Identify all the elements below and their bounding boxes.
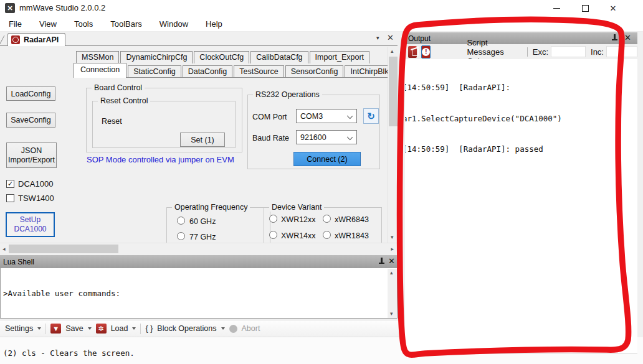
checkbox-unchecked-icon [6,194,14,202]
device-variant-title: Device Variant [269,203,324,212]
close-button[interactable]: ✕ [599,0,627,16]
tab-dynamicchirpcfg[interactable]: DynamicChirpCfg [120,51,193,63]
tab-list-dropdown[interactable]: ▾ [376,35,379,41]
tab-intchirpblkctlcfg[interactable]: IntChirpBlkCtlCfg [345,65,389,78]
baud-rate-value: 921600 [300,133,326,142]
menu-tools[interactable]: Tools [65,19,102,29]
radio-60ghz-label: 60 GHz [189,217,216,226]
tab-import-export[interactable]: Import_Export [310,51,370,63]
radio-77ghz[interactable] [177,232,185,240]
menu-toolbars[interactable]: ToolBars [102,19,151,29]
maximize-button[interactable] [571,0,599,16]
scroll-up-icon[interactable]: ▴ [391,49,394,54]
radio-xwr6843[interactable] [323,215,331,223]
tsw1400-checkbox[interactable]: TSW1400 [6,194,54,203]
json-import-export-button[interactable]: JSON Import/Export [6,142,57,168]
rs232-title: RS232 Operations [253,90,322,99]
scroll-up-icon[interactable]: ▴ [390,270,393,276]
com-port-select[interactable]: COM3 [296,109,357,123]
loadconfig-button[interactable]: LoadConfig [6,86,55,101]
board-control-title: Board Control [92,83,145,92]
connect-button[interactable]: Connect (2) [293,152,361,166]
radio-xwr1843-label: xWR1843 [335,231,369,240]
abort-button[interactable]: Abort [242,324,260,333]
tab-mssmon[interactable]: MSSMon [76,51,119,63]
reset-control-title: Reset Control [98,96,150,105]
output-titlebar[interactable]: Output ✕ [405,32,637,44]
inc-input[interactable] [606,46,637,57]
saveconfig-button[interactable]: SaveConfig [6,113,55,128]
scroll-down-icon[interactable]: ▾ [391,235,394,240]
settings-dropdown-icon[interactable] [37,327,41,330]
scroll-down-icon[interactable]: ▾ [390,311,393,317]
inc-label: Inc: [591,47,604,57]
exc-input[interactable] [551,46,586,57]
block-operations-button[interactable]: Block Operations [157,324,216,333]
toolbar-separator [45,324,46,334]
minimize-button[interactable] [543,0,570,16]
set-button[interactable]: Set (1) [180,133,225,147]
radio-xwr12xx-label: XWR12xx [281,215,316,224]
menu-help[interactable]: Help [197,19,231,29]
refresh-com-button[interactable]: ↻ [363,108,379,124]
tab-testsource[interactable]: TestSource [234,65,284,78]
lua-shell-console[interactable]: >Available user commands: (1) RSTD Comma… [0,268,398,319]
radar-icon [11,35,20,44]
menu-file[interactable]: File [0,19,31,29]
horizontal-scroll-thumb[interactable] [9,245,118,253]
tab-close-button[interactable]: ✕ [387,33,394,42]
tab-row-upper: MSSMon DynamicChirpCfg ClockOutCfg Calib… [76,51,371,63]
load-button[interactable]: Load [111,324,128,333]
save-icon: ▼ [50,324,61,334]
com-port-value: COM3 [300,112,323,121]
output-line: ar1.SelectCaptureDevice("DCA1000") [405,114,637,124]
radio-xwr1843[interactable] [323,231,331,239]
script-messages-toggle-icon[interactable]: ! [421,45,431,58]
scroll-right-icon[interactable]: ▸ [391,246,394,252]
block-operations-icon: { } [145,324,153,333]
sop-mode-note: SOP Mode controlled via jumper on EVM [87,155,234,164]
pin-icon[interactable] [379,258,384,266]
pin-icon[interactable] [612,34,617,42]
scroll-left-icon[interactable]: ◂ [2,246,6,252]
horizontal-scrollbar[interactable]: ◂ ▸ [0,243,398,254]
menu-view[interactable]: View [31,19,65,29]
output-bottom-divider [405,353,637,354]
vertical-scroll-thumb[interactable] [389,57,398,126]
load-dropdown-icon[interactable] [132,327,136,330]
output-line: [14:50:59] [RadarAPI]: passed [405,144,637,155]
tab-calibdatacfg[interactable]: CalibDataCfg [250,51,308,63]
save-button[interactable]: Save [65,324,83,333]
tab-connection[interactable]: Connection [74,63,126,78]
window-titlebar: ✕ mmWave Studio 2.0.0.2 ✕ [0,0,643,16]
tab-radarapi[interactable]: RadarAPI [7,33,65,46]
clear-output-icon[interactable] [408,46,417,58]
tab-sensorconfig[interactable]: SensorConfig [285,65,344,78]
exc-label: Exc: [533,47,548,57]
block-operations-dropdown-icon[interactable] [221,327,225,330]
checkbox-checked-icon: ✓ [6,180,14,188]
lua-shell-scrollbar[interactable]: ▴ ▾ [388,269,397,318]
dca1000-checkbox[interactable]: ✓ DCA1000 [6,179,53,189]
operating-frequency-title: Operating Frequency [172,203,250,212]
setup-dca1000-button[interactable]: SetUp DCA1000 [6,212,55,237]
output-console[interactable]: [14:50:59] [RadarAPI]: ar1.SelectCapture… [405,59,637,353]
settings-menu-button[interactable]: Settings [5,324,33,333]
radio-xwr14xx[interactable] [269,231,277,239]
radio-xwr12xx[interactable] [269,215,277,223]
baud-rate-select[interactable]: 921600 [296,130,357,144]
save-dropdown-icon[interactable] [88,327,92,330]
tab-clockoutcfg[interactable]: ClockOutCfg [194,51,249,63]
radio-60ghz[interactable] [177,217,185,225]
tab-radarapi-label: RadarAPI [24,35,59,44]
lua-shell-close-icon[interactable]: ✕ [388,256,395,266]
output-close-icon[interactable]: ✕ [624,33,631,42]
menu-window[interactable]: Window [151,19,197,29]
tab-dataconfig[interactable]: DataConfig [183,65,233,78]
load-icon: ✲ [96,324,107,334]
lua-shell-titlebar[interactable]: Lua Shell ✕ [0,255,398,268]
vertical-scrollbar[interactable]: ▴ ▾ [388,47,398,243]
minimize-icon [553,8,560,9]
tab-staticconfig[interactable]: StaticConfig [128,65,181,78]
toolbar-separator [527,47,528,57]
